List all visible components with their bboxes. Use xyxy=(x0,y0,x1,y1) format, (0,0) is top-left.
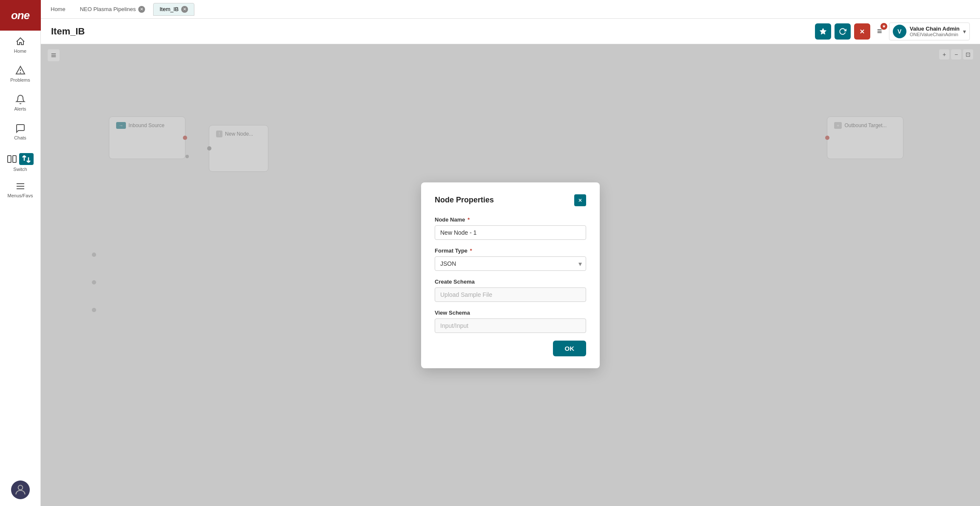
node-name-input[interactable] xyxy=(435,225,586,240)
tab-neo-close[interactable]: ✕ xyxy=(138,6,145,13)
header-actions: ≡ ★ V Value Chain Admin ONEIValueChainAd… xyxy=(815,23,970,40)
tab-neo-label: NEO Plasma Pipelines xyxy=(80,6,136,12)
logo: one xyxy=(0,0,41,31)
star-button[interactable] xyxy=(815,23,831,40)
node-name-required: * xyxy=(467,216,470,223)
upload-sample-file-button[interactable]: Upload Sample File xyxy=(435,287,586,302)
format-type-label: Format Type * xyxy=(435,247,586,254)
sidebar-label-switch: Switch xyxy=(13,167,27,172)
format-type-select[interactable]: JSON XML CSV AVRO xyxy=(435,256,586,271)
sidebar-item-problems[interactable]: Problems xyxy=(0,60,40,88)
svg-point-7 xyxy=(18,485,23,490)
sidebar-item-chats[interactable]: Chats xyxy=(0,117,40,146)
tabbar: Home NEO Plasma Pipelines ✕ Item_IB ✕ xyxy=(41,0,980,19)
sidebar-label-chats: Chats xyxy=(14,135,26,140)
warning-icon xyxy=(15,65,26,76)
user-avatar-letter: V xyxy=(897,28,901,35)
node-name-group: Node Name * xyxy=(435,216,586,240)
sidebar-item-home[interactable]: Home xyxy=(0,31,40,60)
chat-icon xyxy=(15,123,26,134)
modal-title: Node Properties xyxy=(435,196,494,205)
tab-item-ib[interactable]: Item_IB ✕ xyxy=(153,3,194,16)
node-name-label: Node Name * xyxy=(435,216,586,223)
format-type-wrapper: JSON XML CSV AVRO xyxy=(435,256,586,271)
notification-dot: ★ xyxy=(880,23,887,30)
ok-button[interactable]: OK xyxy=(553,341,587,356)
upload-sample-placeholder: Upload Sample File xyxy=(440,291,492,298)
user-info: Value Chain Admin ONEIValueChainAdmin xyxy=(910,26,960,37)
node-properties-modal: Node Properties Node Name * xyxy=(421,182,600,368)
notification-area: ≡ ★ xyxy=(874,25,886,38)
sidebar-item-switch[interactable]: Switch xyxy=(5,151,35,174)
refresh-icon xyxy=(839,28,846,35)
svg-rect-3 xyxy=(13,156,16,162)
tab-item-ib-close[interactable]: ✕ xyxy=(181,6,188,13)
view-schema-value: Input/Input xyxy=(435,318,586,333)
format-type-required: * xyxy=(470,247,472,254)
sidebar-item-alerts[interactable]: Alerts xyxy=(0,88,40,117)
modal-close-button[interactable] xyxy=(574,194,586,206)
format-type-group: Format Type * JSON XML CSV AVRO xyxy=(435,247,586,271)
user-name: Value Chain Admin xyxy=(910,26,960,32)
view-schema-label: View Schema xyxy=(435,310,586,316)
modal-close-icon xyxy=(578,198,583,203)
menu-icon xyxy=(15,181,26,191)
sidebar-label-problems: Problems xyxy=(10,77,30,82)
tab-home[interactable]: Home xyxy=(44,3,72,15)
sidebar: one Home Problems Alerts Chats xyxy=(0,0,41,506)
user-username: ONEIValueChainAdmin xyxy=(910,32,960,37)
sidebar-label-home: Home xyxy=(14,48,26,54)
tab-item-ib-label: Item_IB xyxy=(160,6,179,12)
view-schema-group: View Schema Input/Input xyxy=(435,310,586,333)
switch-icon xyxy=(19,153,34,165)
star-icon xyxy=(819,28,827,35)
sidebar-label-alerts: Alerts xyxy=(14,106,26,111)
bell-icon xyxy=(15,94,26,105)
refresh-button[interactable] xyxy=(835,23,851,40)
svg-point-1 xyxy=(20,73,20,73)
tab-neo[interactable]: NEO Plasma Pipelines ✕ xyxy=(74,3,152,16)
modal-footer: OK xyxy=(435,341,586,356)
sidebar-label-menus: Menus/Favs xyxy=(8,193,33,198)
modal-overlay: Node Properties Node Name * xyxy=(41,44,980,506)
modal-header: Node Properties xyxy=(435,194,586,206)
tab-home-label: Home xyxy=(51,6,66,12)
switch-container: Switch xyxy=(2,146,39,175)
user-avatar-sidebar[interactable] xyxy=(11,480,30,499)
logo-text: one xyxy=(11,9,29,22)
page-title: Item_IB xyxy=(51,26,815,37)
canvas: + − ⊡ → Inbound Source ! New Node... + O… xyxy=(41,44,980,506)
svg-rect-2 xyxy=(8,156,11,162)
svg-marker-8 xyxy=(820,28,826,34)
layers-icon xyxy=(7,154,17,164)
create-schema-label: Create Schema xyxy=(435,279,586,285)
user-avatar-header: V xyxy=(893,25,906,38)
sidebar-item-menus[interactable]: Menus/Favs xyxy=(0,175,40,204)
close-button[interactable] xyxy=(854,23,870,40)
x-icon xyxy=(859,28,866,35)
main-content: Home NEO Plasma Pipelines ✕ Item_IB ✕ It… xyxy=(41,0,980,506)
create-schema-group: Create Schema Upload Sample File xyxy=(435,279,586,302)
user-section[interactable]: V Value Chain Admin ONEIValueChainAdmin … xyxy=(889,23,970,40)
avatar-icon xyxy=(14,483,27,497)
user-dropdown-icon: ▾ xyxy=(963,28,966,35)
header: Item_IB ≡ ★ xyxy=(41,19,980,44)
home-icon xyxy=(15,37,26,47)
